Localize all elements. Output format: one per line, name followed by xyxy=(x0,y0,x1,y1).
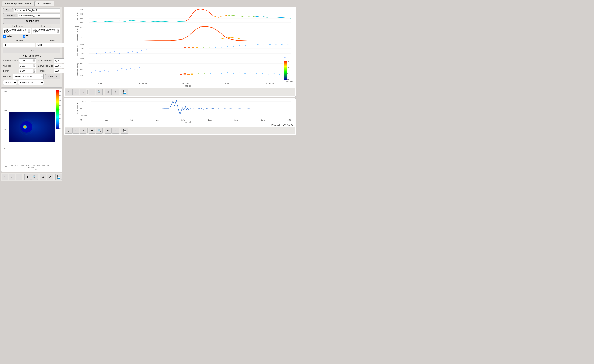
abs-power-right-spacer xyxy=(291,25,295,42)
back-az-right-spacer xyxy=(291,42,295,60)
svg-point-36 xyxy=(119,53,120,54)
sx-axis: -0.20 -0.15 -0.10 -0.05 0.00 0.05 0.10 0… xyxy=(9,164,55,167)
abs-power-chart: 6 4 2 xyxy=(80,25,291,42)
files-button[interactable]: Files xyxy=(3,8,13,12)
end-time-down[interactable]: ▼ xyxy=(57,31,59,33)
phase-select[interactable]: Phase xyxy=(3,80,17,85)
run-fk-button[interactable]: Run F-K xyxy=(45,74,61,79)
dataless-row: Dataless data/dataless_LASA xyxy=(3,13,61,18)
rl-back-button[interactable]: ← xyxy=(72,128,79,133)
left-back-button[interactable]: ← xyxy=(9,174,15,180)
fk-plot-area: -0.20 -0.15 -0.10 -0.05 0.00 0.05 0.10 0… xyxy=(9,90,55,169)
rl-move-button[interactable]: ✛ xyxy=(89,128,95,133)
right-lower-toolbar: ⌂ ← → ✛ 🔍 ⚙ ↗ 💾 xyxy=(65,126,295,134)
tab-fk-analysis[interactable]: F-K Analysis xyxy=(35,1,54,6)
stack-waveform-row: Stack Amplut 10000 0 -10000 xyxy=(65,99,295,119)
station-input[interactable] xyxy=(3,43,35,47)
start-time-down[interactable]: ▼ xyxy=(28,31,30,33)
stack-waveform-chart: 10000 0 -10000 xyxy=(80,99,291,119)
tab-array-response[interactable]: Array Response Function xyxy=(2,1,34,6)
left-trend-button[interactable]: ↗ xyxy=(47,174,53,180)
channel-input[interactable] xyxy=(36,43,68,47)
overlap-spinner[interactable]: ▲ ▼ xyxy=(33,64,35,67)
waveform-x-label: Time [s] xyxy=(65,121,295,123)
rl-settings-button[interactable]: ⚙ xyxy=(105,128,112,133)
rl-home-button[interactable]: ⌂ xyxy=(65,128,72,133)
ru-trend-button[interactable]: ↗ xyxy=(112,89,119,95)
fk-heatmap-container: 0.2 0.1 0.0 -0.1 -0.2 xyxy=(2,90,61,169)
svg-point-40 xyxy=(137,52,138,53)
ru-move-button[interactable]: ✛ xyxy=(89,89,95,95)
svg-text:-10000: -10000 xyxy=(81,115,87,117)
rl-forward-button[interactable]: → xyxy=(80,128,87,133)
stack-select[interactable]: Linear Stack xyxy=(18,80,44,85)
slowness-max-spinner[interactable]: ▲ ▼ xyxy=(33,59,35,62)
ru-settings-button[interactable]: ⚙ xyxy=(105,89,112,95)
ru-save-button[interactable]: 💾 xyxy=(121,89,128,95)
stack-ylabel: Stack Amplut xyxy=(77,103,79,115)
fk-params-grid: Slowness Max 0,20 ▲ ▼ Time Window 5,00 xyxy=(3,59,61,73)
dataless-button[interactable]: Dataless xyxy=(3,13,17,18)
method-select[interactable]: MTP.COHERENCE xyxy=(13,74,44,79)
svg-point-87 xyxy=(210,73,211,74)
slowness-max-input[interactable]: 0,20 ▲ ▼ xyxy=(19,59,36,63)
coord-display: x=11.113 y=4958.03 xyxy=(65,124,295,126)
svg-point-62 xyxy=(284,57,286,58)
fmin-spinner[interactable]: ▲ ▼ xyxy=(33,69,35,73)
stack-ylabel-container: Stack Amplut xyxy=(65,99,80,119)
coord-x: x=11.113 xyxy=(271,124,280,126)
left-zoom-button[interactable]: 🔍 xyxy=(31,174,38,180)
left-move-button[interactable]: ✛ xyxy=(24,174,31,180)
rl-zoom-button[interactable]: 🔍 xyxy=(96,128,103,133)
svg-point-73 xyxy=(108,71,109,72)
svg-point-38 xyxy=(128,53,129,53)
ru-separator-2 xyxy=(104,90,104,94)
overlap-input[interactable]: 0,01 ▲ ▼ xyxy=(19,64,36,68)
svg-text:0.8: 0.8 xyxy=(81,9,83,11)
svg-point-31 xyxy=(96,53,97,54)
svg-rect-84 xyxy=(191,74,193,75)
svg-point-86 xyxy=(204,73,205,74)
stack-waveform-svg: 10000 0 -10000 xyxy=(80,99,291,118)
waveform-right-spacer xyxy=(291,99,295,119)
end-time-up[interactable]: ▲ xyxy=(57,29,59,31)
ru-home-button[interactable]: ⌂ xyxy=(65,89,72,95)
svg-point-42 xyxy=(146,49,147,50)
left-home-button[interactable]: ⌂ xyxy=(2,174,8,180)
channel-label: Channel xyxy=(36,39,68,42)
svg-point-88 xyxy=(216,73,216,73)
svg-point-60 xyxy=(281,44,283,45)
slowness-chart: 0.2 0.1 0.0 xyxy=(80,61,283,80)
sy-axis: 0.2 0.1 0.0 -0.1 -0.2 xyxy=(2,90,9,169)
trim-checkbox[interactable] xyxy=(23,35,25,38)
ru-forward-button[interactable]: → xyxy=(80,89,87,95)
method-label: Method xyxy=(3,75,11,78)
svg-point-47 xyxy=(203,47,204,48)
rel-power-svg: 0.8 0.6 0.4 0.2 xyxy=(80,8,291,25)
left-settings-button[interactable]: ⚙ xyxy=(40,174,46,180)
select-checkbox[interactable] xyxy=(3,35,6,38)
ru-zoom-button[interactable]: 🔍 xyxy=(96,89,103,95)
rl-trend-button[interactable]: ↗ xyxy=(112,128,119,133)
left-forward-button[interactable]: → xyxy=(16,174,22,180)
start-time-spinner[interactable]: ▲ ▼ xyxy=(28,29,30,33)
end-time-input[interactable]: 2017/09/03 03:40:00 UTC ▲ ▼ xyxy=(32,28,61,34)
end-time-spinner[interactable]: ▲ ▼ xyxy=(57,29,59,33)
svg-point-80 xyxy=(139,67,140,68)
plot-button[interactable]: Plot xyxy=(3,48,61,53)
svg-text:10000: 10000 xyxy=(81,100,87,102)
fmin-input[interactable]: 1,00 ▲ ▼ xyxy=(19,69,36,73)
rel-power-ylabel-container: Rel Power xyxy=(65,8,80,25)
svg-point-61 xyxy=(287,44,289,45)
rl-save-button[interactable]: 💾 xyxy=(121,128,128,133)
ru-back-button[interactable]: ← xyxy=(72,89,79,95)
svg-rect-100 xyxy=(284,61,287,80)
svg-point-90 xyxy=(227,72,228,73)
start-time-input[interactable]: 2017/09/03 03:38:30 UTC ▲ ▼ xyxy=(3,28,31,34)
stations-info-button[interactable]: Stations Info xyxy=(3,18,61,24)
rel-power-right-spacer xyxy=(291,8,295,25)
left-save-button[interactable]: 💾 xyxy=(55,174,62,180)
start-time-up[interactable]: ▲ xyxy=(28,29,30,31)
svg-point-89 xyxy=(221,73,222,74)
slowness-max-label: Slowness Max xyxy=(3,59,18,62)
